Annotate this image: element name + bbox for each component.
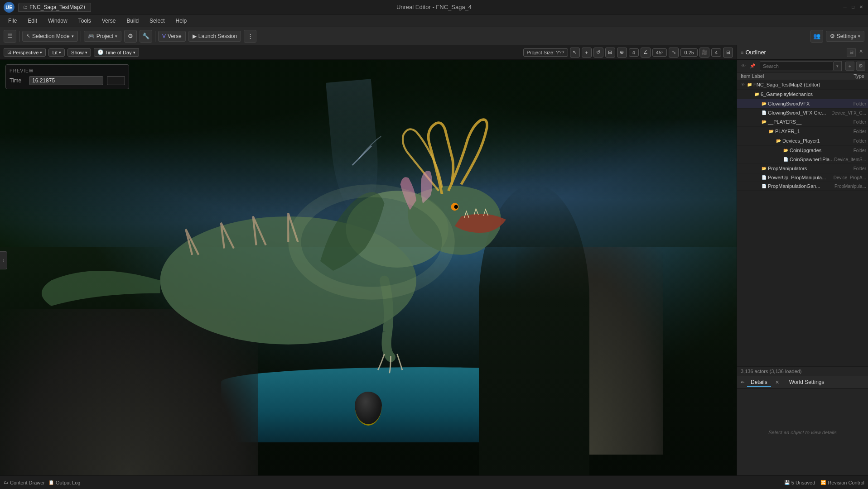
viewport-background [0, 60, 737, 475]
tree-item-9[interactable]: 📂 PropManipulators Folder [737, 164, 868, 173]
perspective-dropdown: ▾ [40, 50, 42, 55]
add-item-btn[interactable]: + [582, 48, 592, 58]
search-dropdown-btn[interactable]: ▾ [834, 61, 842, 71]
outliner-content[interactable]: 👁 📁 FNC_Saga_TestMap2 (Editor) 📁 6_Gamep… [737, 80, 868, 366]
visibility-filter-btn[interactable]: 👁 [740, 62, 747, 70]
output-log-btn[interactable]: 📋 Output Log [48, 480, 80, 485]
time-input[interactable] [29, 76, 103, 85]
output-log-icon: 📋 [48, 480, 54, 485]
time-color-swatch[interactable] [107, 76, 125, 85]
tree-item-10[interactable]: 📄 PowerUp_PropManipula... Device_PropA..… [737, 173, 868, 182]
tree-item-2[interactable]: 📂 GlowingSwordVFX Folder [737, 99, 868, 109]
unsaved-btn[interactable]: 💾 5 Unsaved [784, 480, 815, 485]
cam-speed-badge: 4 [711, 48, 721, 57]
show-btn[interactable]: Show ▾ [68, 48, 91, 57]
eye-btn-2[interactable] [753, 100, 761, 107]
minimize-btn[interactable]: ─ [842, 4, 848, 10]
world-local-btn[interactable]: ⊕ [617, 48, 627, 58]
add-folder-btn[interactable]: + [845, 62, 854, 71]
content-drawer-label: Content Drawer [10, 480, 45, 485]
tree-item-7[interactable]: 📂 CoinUpgrades Folder [737, 146, 868, 155]
main-content: ⊡ Perspective ▾ Lit ▾ Show ▾ 🕐 Time of D… [0, 45, 868, 475]
revision-icon: 🔀 [820, 480, 826, 485]
launch-session-btn[interactable]: ▶ Launch Session [188, 31, 241, 42]
tree-item-1[interactable]: 📁 6_GameplayMechanics [737, 90, 868, 99]
tree-item-4[interactable]: 📂 __PLAYERS__ Folder [737, 117, 868, 127]
timeofday-btn[interactable]: 🕐 Time of Day ▾ [94, 48, 139, 57]
search-container: ▾ [760, 61, 842, 71]
menu-edit[interactable]: Edit [23, 16, 42, 25]
folder-icon-0: 📁 [746, 82, 752, 88]
tree-item-6[interactable]: 📂 Devices_Player1 Folder [737, 136, 868, 146]
settings-btn[interactable]: ⚙ Settings ▾ [826, 31, 864, 42]
outliner-toolbar: 👁 📌 ▾ + ⚙ [737, 60, 868, 72]
menu-file[interactable]: File [4, 16, 21, 25]
eye-btn-7[interactable] [775, 147, 782, 154]
tree-item-root[interactable]: 👁 📁 FNC_Saga_TestMap2 (Editor) [737, 80, 868, 90]
users-btn[interactable]: 👥 [810, 30, 823, 43]
details-tab[interactable]: Details [747, 378, 771, 387]
lit-btn[interactable]: Lit ▾ [48, 48, 65, 57]
menu-build[interactable]: Build [122, 16, 143, 25]
tree-item-3[interactable]: 📄 GlowingSword_VFX Cre... Device_VFX_C..… [737, 109, 868, 117]
outliner-header-controls: ⊟ ✕ [847, 48, 864, 57]
more-btn[interactable]: ⋮ [244, 30, 256, 43]
menu-verse[interactable]: Verse [97, 16, 121, 25]
snap-grid-btn[interactable]: ⊞ [605, 48, 615, 58]
selection-mode-btn[interactable]: ↖ Selection Mode ▾ [22, 31, 78, 42]
details-panel: ✏ Details ✕ World Settings Select an obj… [737, 376, 868, 475]
tool-extra-btn2[interactable]: 🔧 [140, 30, 152, 43]
verse-btn[interactable]: V Verse [158, 31, 186, 42]
menu-help[interactable]: Help [171, 16, 191, 25]
scale-snap-btn[interactable]: ⤡ [669, 48, 679, 58]
viewport-layout-btn[interactable]: ⊟ [723, 48, 733, 58]
cam-speed-btn[interactable]: 🎥 [699, 48, 709, 58]
eye-btn-1[interactable] [746, 91, 753, 98]
maximize-btn[interactable]: □ [850, 4, 856, 10]
item-type-6: Folder [854, 139, 868, 144]
eye-btn-0[interactable]: 👁 [739, 81, 746, 88]
viewport-left-collapse[interactable]: ‹ [0, 251, 7, 269]
content-drawer-btn[interactable]: 🗂 Content Drawer [4, 480, 45, 485]
eye-btn-6[interactable] [768, 137, 775, 144]
details-close-btn[interactable]: ✕ [774, 379, 781, 386]
angle-snap-btn[interactable]: ∠ [641, 48, 651, 58]
search-input[interactable] [760, 61, 834, 71]
launch-label: Launch Session [198, 33, 237, 39]
tree-item-5[interactable]: 📂 PLAYER_1 Folder [737, 127, 868, 136]
angle-value-badge: 45° [652, 48, 667, 57]
outliner-close-btn[interactable]: ✕ [857, 48, 864, 55]
status-bar: 🗂 Content Drawer 📋 Output Log 💾 5 Unsave… [0, 475, 868, 489]
details-content: Select an object to view details [737, 389, 868, 475]
tree-item-11[interactable]: 📄 PropManipulationGan... PropManipula... [737, 182, 868, 191]
project-tab[interactable]: 🗂 FNC_Saga_TestMap2+ [18, 3, 91, 12]
settings-outliner-btn[interactable]: ⚙ [856, 62, 865, 71]
eye-btn-9[interactable] [753, 165, 761, 172]
menu-tools[interactable]: Tools [74, 16, 96, 25]
eye-btn-4[interactable] [753, 118, 761, 125]
output-log-label: Output Log [56, 480, 80, 485]
viewport[interactable]: ⊡ Perspective ▾ Lit ▾ Show ▾ 🕐 Time of D… [0, 45, 737, 475]
item-name-7: CoinUpgrades [790, 148, 854, 153]
perspective-btn[interactable]: ⊡ Perspective ▾ [4, 48, 46, 57]
filter-btn[interactable]: ⊟ [847, 48, 856, 57]
item-type-2: Folder [854, 101, 868, 106]
revision-label: Revision Control [828, 480, 864, 485]
select-tool-btn[interactable]: ↖ [570, 48, 580, 58]
tree-item-8[interactable]: 📄 CoinSpawner1Pla... Device_ItemS... [737, 155, 868, 164]
layout-toggle-btn[interactable]: ☰ [4, 30, 16, 43]
project-btn[interactable]: 🎮 Project ▾ [84, 31, 121, 42]
svg-point-3 [454, 205, 458, 208]
status-right: 💾 5 Unsaved 🔀 Revision Control [784, 480, 864, 485]
rotate-btn[interactable]: ↺ [593, 48, 603, 58]
menu-select[interactable]: Select [145, 16, 169, 25]
pin-filter-btn[interactable]: 📌 [749, 62, 756, 70]
revision-control-btn[interactable]: 🔀 Revision Control [820, 480, 864, 485]
menu-window[interactable]: Window [43, 16, 72, 25]
eye-btn-5[interactable] [761, 128, 768, 135]
lit-label: Lit [52, 50, 58, 55]
file-icon-11: 📄 [761, 183, 767, 189]
tool-extra-btn[interactable]: ⚙ [124, 30, 137, 43]
world-settings-tab[interactable]: World Settings [786, 378, 828, 387]
close-btn[interactable]: ✕ [858, 4, 864, 10]
